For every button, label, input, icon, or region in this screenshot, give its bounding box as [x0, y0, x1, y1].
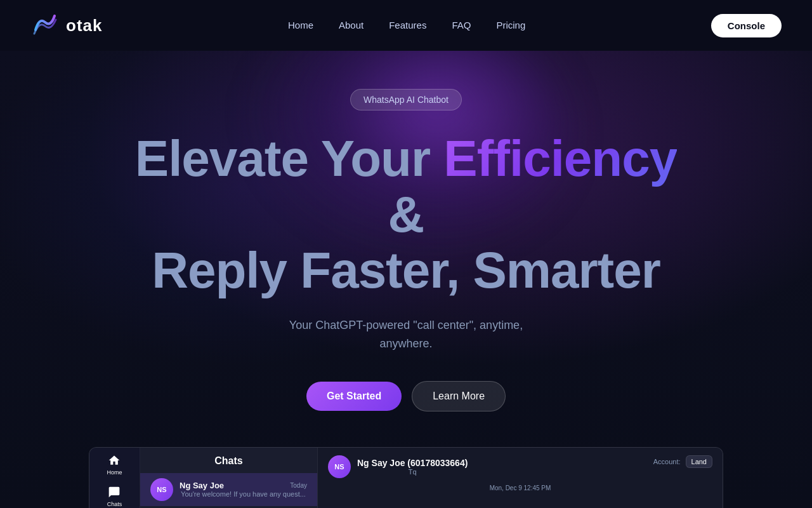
preview-chatlist-header: Chats [140, 455, 317, 473]
preview-sidebar: Home Chats [89, 448, 140, 508]
nav-features[interactable]: Features [389, 20, 426, 30]
preview-chat-header-sub: Tq [357, 468, 468, 476]
logo-text: otak [66, 16, 102, 36]
hero-title-part2: & [388, 186, 424, 243]
nav-links: Home About Features FAQ Pricing [288, 20, 525, 31]
home-icon [108, 454, 121, 467]
hero-title-highlight: Efficiency [443, 130, 677, 187]
preview-topbar: Account: Land [653, 455, 712, 468]
nav-faq[interactable]: FAQ [452, 20, 471, 30]
preview-sidebar-chats: Chats [107, 486, 122, 507]
preview-chat-header-avatar: NS [328, 455, 351, 478]
preview-chat-header-info: Ng Say Joe (60178033664) Tq [357, 458, 468, 476]
hero-buttons: Get Started Learn More [306, 381, 506, 411]
preview-sidebar-chats-label: Chats [107, 501, 122, 507]
account-label: Account: [653, 458, 681, 465]
preview-chat-time: Today [290, 482, 307, 489]
preview-chat-message: You're welcome! If you have any quest... [180, 490, 307, 498]
preview-chatpanel: Account: Land NS Ng Say Joe (60178033664… [318, 448, 723, 508]
chats-icon [108, 486, 121, 498]
hero-subtitle: Your ChatGPT-powered "call center", anyt… [289, 316, 523, 353]
preview-chat-name: Ng Say Joe [180, 481, 224, 490]
nav-home[interactable]: Home [288, 20, 313, 30]
get-started-button[interactable]: Get Started [306, 382, 402, 411]
hero-subtitle-line2: anywhere. [379, 337, 432, 350]
hero-title: Elevate Your Efficiency & Reply Faster, … [121, 131, 691, 298]
preview-chat-info: Ng Say Joe Today You're welcome! If you … [180, 481, 307, 498]
hero-badge: WhatsApp AI Chatbot [350, 89, 462, 110]
preview-sidebar-home: Home [107, 454, 122, 476]
app-preview: Home Chats Chats NS Ng Say Joe [89, 447, 723, 508]
preview-chat-header-name: Ng Say Joe (60178033664) [357, 458, 468, 468]
console-button[interactable]: Console [711, 14, 782, 37]
preview-chatlist: Chats NS Ng Say Joe Today You're welcome… [140, 448, 318, 508]
preview-avatar: NS [150, 478, 173, 501]
hero-subtitle-line1: Your ChatGPT-powered "call center", anyt… [289, 319, 523, 331]
preview-chat-item[interactable]: NS Ng Say Joe Today You're welcome! If y… [140, 473, 317, 506]
navbar: otak Home About Features FAQ Pricing Con… [0, 0, 812, 51]
account-select[interactable]: Land [686, 455, 712, 468]
hero-content: WhatsApp AI Chatbot Elevate Your Efficie… [0, 89, 812, 508]
logo-icon [30, 11, 60, 40]
learn-more-button[interactable]: Learn More [412, 381, 506, 411]
preview-sidebar-home-label: Home [107, 469, 122, 476]
hero-title-part1: Elevate Your [135, 130, 444, 187]
nav-pricing[interactable]: Pricing [496, 20, 525, 30]
logo[interactable]: otak [30, 11, 102, 40]
preview-chat-timestamp: Mon, Dec 9 12:45 PM [328, 485, 712, 491]
hero-title-line2: Reply Faster, Smarter [152, 242, 660, 298]
nav-about[interactable]: About [339, 20, 363, 30]
hero-section: WhatsApp AI Chatbot Elevate Your Efficie… [0, 51, 812, 508]
